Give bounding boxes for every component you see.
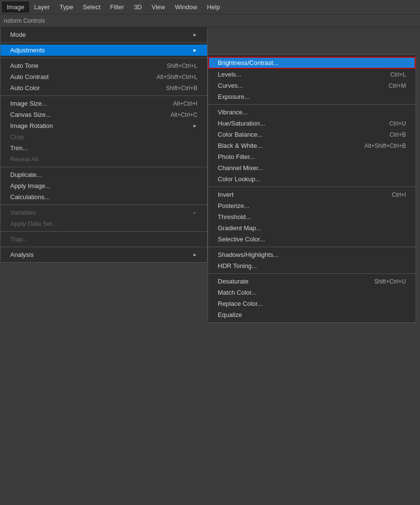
separator [0, 167, 207, 167]
toolbar-row: nsform Controls [0, 15, 420, 27]
menu-item-threshold[interactable]: Threshold... [208, 211, 416, 222]
submenu-arrow-image-rotation: ► [193, 123, 197, 128]
menu-item-adjustments[interactable]: Adjustments ► [0, 45, 207, 56]
menu-item-duplicate[interactable]: Duplicate... [0, 169, 207, 180]
menu-item-trap[interactable]: Trap... [0, 234, 207, 245]
menu-item-reveal-all[interactable]: Reveal All [0, 154, 207, 165]
menu-item-canvas-size[interactable]: Canvas Size... Alt+Ctrl+C [0, 109, 207, 120]
menu-item-calculations[interactable]: Calculations... [0, 191, 207, 203]
menu-item-analysis[interactable]: Analysis ► [0, 249, 207, 260]
menu-bar-layer[interactable]: Layer [29, 1, 55, 13]
menu-item-auto-tone[interactable]: Auto Tone Shift+Ctrl+L [0, 60, 207, 71]
menu-bar: Image Layer Type Select Filter 3D View W… [0, 0, 420, 15]
menu-item-hdr-toning[interactable]: HDR Toning... [208, 260, 416, 271]
separator [0, 231, 207, 232]
separator [208, 273, 416, 274]
menu-bar-3d[interactable]: 3D [129, 1, 147, 13]
menu-bar-image[interactable]: Image [2, 1, 29, 13]
menu-item-replace-color[interactable]: Replace Color... [208, 298, 416, 309]
menu-item-image-rotation[interactable]: Image Rotation ► [0, 120, 207, 131]
separator [208, 247, 416, 247]
menu-item-black-white[interactable]: Black & White... Alt+Shift+Ctrl+B [208, 140, 416, 151]
menu-item-desaturate[interactable]: Desaturate Shift+Ctrl+U [208, 276, 416, 287]
menu-item-levels[interactable]: Levels... Ctrl+L [208, 69, 416, 80]
menu-item-color-lookup[interactable]: Color Lookup... [208, 174, 416, 185]
separator [0, 58, 207, 58]
menu-bar-help[interactable]: Help [202, 1, 225, 13]
menu-item-color-balance[interactable]: Color Balance... Ctrl+B [208, 129, 416, 140]
separator [208, 104, 416, 105]
image-menu: Mode ► Adjustments ► Auto Tone Shift+Ctr… [0, 27, 208, 263]
menu-item-auto-color[interactable]: Auto Color Shift+Ctrl+B [0, 82, 207, 94]
menu-item-invert[interactable]: Invert Ctrl+I [208, 189, 416, 200]
submenu-arrow-mode: ► [193, 32, 197, 37]
menu-item-channel-mixer[interactable]: Channel Mixer... [208, 162, 416, 174]
menu-item-vibrance[interactable]: Vibrance... [208, 107, 416, 118]
menu-item-curves[interactable]: Curves... Ctrl+M [208, 80, 416, 91]
menu-item-equalize[interactable]: Equalize [208, 309, 416, 320]
menu-item-crop[interactable]: Crop [0, 131, 207, 142]
adjustments-submenu: Brightness/Contrast... Levels... Ctrl+L … [208, 54, 416, 323]
toolbar-label: nsform Controls [4, 17, 45, 24]
separator [0, 247, 207, 247]
menu-item-posterize[interactable]: Posterize... [208, 200, 416, 211]
menu-item-hue-saturation[interactable]: Hue/Saturation... Ctrl+U [208, 118, 416, 129]
menu-item-image-size[interactable]: Image Size... Alt+Ctrl+I [0, 98, 207, 109]
submenu-arrow-adjustments: ► [193, 47, 197, 53]
menu-bar-view[interactable]: View [147, 1, 170, 13]
menu-item-variables[interactable]: Variables ► [0, 207, 207, 218]
menu-item-photo-filter[interactable]: Photo Filter... [208, 151, 416, 162]
menu-bar-type[interactable]: Type [55, 1, 78, 13]
menu-bar-select[interactable]: Select [78, 1, 105, 13]
menu-bar-filter[interactable]: Filter [105, 1, 129, 13]
menu-item-trim[interactable]: Trim... [0, 142, 207, 154]
menu-item-apply-image[interactable]: Apply Image... [0, 180, 207, 191]
menu-item-match-color[interactable]: Match Color... [208, 287, 416, 298]
menu-item-brightness-contrast[interactable]: Brightness/Contrast... [208, 57, 416, 69]
separator [0, 95, 207, 96]
menu-item-auto-contrast[interactable]: Auto Contrast Alt+Shift+Ctrl+L [0, 71, 207, 82]
menu-item-mode[interactable]: Mode ► [0, 29, 207, 40]
submenu-arrow-analysis: ► [193, 252, 197, 257]
menu-item-selective-color[interactable]: Selective Color... [208, 234, 416, 245]
menu-item-exposure[interactable]: Exposure... [208, 91, 416, 102]
separator [0, 205, 207, 205]
menu-bar-window[interactable]: Window [170, 1, 202, 13]
submenu-arrow-variables: ► [193, 210, 197, 215]
separator [208, 187, 416, 187]
menu-item-apply-data-set[interactable]: Apply Data Set... [0, 218, 207, 229]
menu-item-shadows-highlights[interactable]: Shadows/Highlights... [208, 249, 416, 260]
menu-item-gradient-map[interactable]: Gradient Map... [208, 222, 416, 234]
separator [0, 42, 207, 43]
